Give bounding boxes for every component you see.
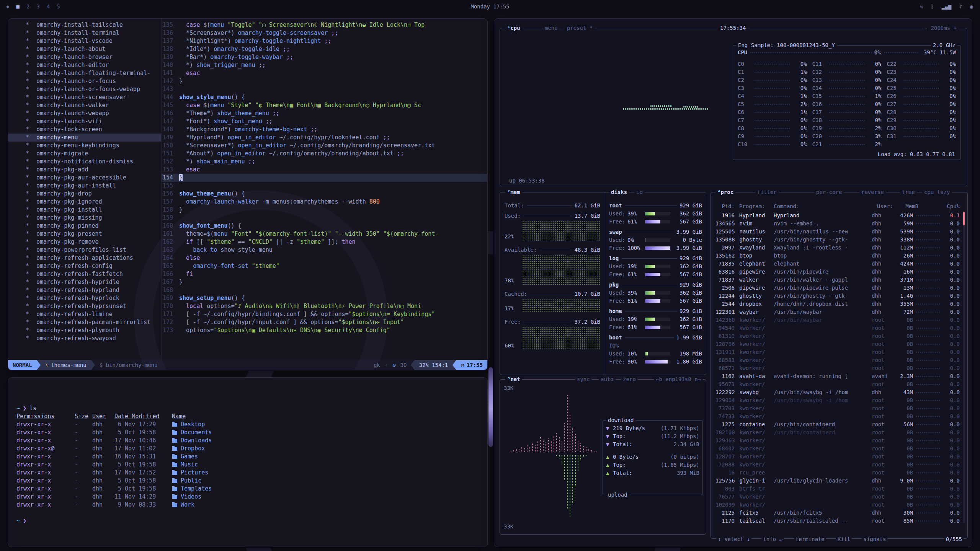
process-row[interactable]: 2506pipewire/usr/bin/pipewire-pulsedhh13… [715,284,960,292]
process-row[interactable]: 2097XwaylandXwayland :1 -rootless -dhh11… [715,244,960,252]
file-item[interactable]: *omarchy-refresh-pacman-mirrorlist [8,318,161,326]
file-item[interactable]: *omarchy-launch-floating-terminal- [8,69,161,77]
process-row[interactable]: 95673kworker/root0B0.0 [715,380,960,388]
code-line[interactable]: 136 *Screensaver*) omarchy-toggle-screen… [162,29,487,37]
file-item[interactable]: *omarchy-launch-wifi [8,117,161,126]
process-row[interactable]: 129004kworker//usr/bin/swaybg -i /homroo… [715,396,960,404]
process-header-row[interactable]: Pid:Program:Command:User:MemBCpu% ↑ [715,202,960,210]
process-row[interactable]: 1170tailscal/usr/sbin/tailscaled --root8… [715,517,960,525]
code-line[interactable]: 169show_setup_menu() { [162,294,487,302]
signals-button[interactable]: signals [862,536,887,542]
file-item[interactable]: *omarchy-pkg-ignored [8,198,161,206]
ls-row[interactable]: drwxr-xr-x-dhh 5 Oct 19:58Templates [16,485,487,493]
process-row[interactable]: 134565nvimnvim --embed .dhh59M0.0 [715,220,960,228]
file-item[interactable]: *omarchy-refresh-applications [8,254,161,262]
code-line[interactable]: 160show_font_menu() { [162,222,487,230]
process-row[interactable]: 12244ghostty/usr/bin/ghostty --gtk-dhh1.… [715,292,960,300]
code-line[interactable]: 168 [162,286,487,294]
code-line[interactable]: 154} [162,174,487,182]
code-line[interactable]: 155 [162,182,487,190]
select-hint[interactable]: ↑ select ↓ [716,536,751,542]
code-line[interactable]: 142} [162,77,487,85]
ls-row[interactable]: drwxr-xr-x-dhh 5 Oct 19:58Public [16,477,487,485]
code-line[interactable]: 157 omarchy-launch-walker -m menus:omarc… [162,198,487,206]
file-item[interactable]: *omarchy-refresh-swayosd [8,334,161,342]
prompt-line[interactable]: ~ ❯ [16,517,487,525]
file-item[interactable]: *omarchy-refresh-plymouth [8,326,161,334]
file-item[interactable]: *omarchy-pkg-add [8,166,161,174]
code-line[interactable]: 165 omarchy-font-set "$theme" [162,262,487,270]
code-line[interactable]: 166 fi [162,270,487,278]
file-item[interactable]: *omarchy-pkg-drop [8,190,161,198]
filter-tab[interactable]: filter [755,189,779,196]
file-item[interactable]: *omarchy-install-vscode [8,37,161,45]
ls-row[interactable]: drwxr-xr-x-dhh 6 Nov 17:29Desktop [16,421,487,429]
file-item[interactable]: *omarchy-lock-screen [8,126,161,134]
code-line[interactable]: 171 [ -f ~/.config/hypr/bindings.conf ] … [162,310,487,318]
code-line[interactable]: 159 [162,214,487,222]
file-item[interactable]: *omarchy-powerprofiles-list [8,246,161,254]
process-row[interactable]: 1162avahi-daavahi-daemon: running [avahi… [715,372,960,380]
process-row[interactable]: 2544dropbox/home/dhh/.dropbox-distdhh355… [715,300,960,308]
btop-window[interactable]: ¹cpu menu preset * 17:55:34 - 2000ms + E… [494,18,972,547]
file-item[interactable]: *omarchy-refresh-config [8,262,161,270]
process-row[interactable]: 1916HyprlandHyprlanddhh426M0.1 [715,212,960,220]
file-item[interactable]: *omarchy-migrate [8,150,161,158]
io-tab[interactable]: io [634,189,645,196]
process-row[interactable]: 71837walker/usr/bin/walker --gappldhh371… [715,276,960,284]
file-item[interactable]: *omarchy-launch-webapp [8,109,161,117]
process-row[interactable]: 125505nautilus/usr/bin/nautilus --newdhh… [715,228,960,236]
process-row[interactable]: 135162btopbtopdhh26M0.0 [715,252,960,260]
tree-tab[interactable]: tree [900,189,917,196]
code-line[interactable]: 161 theme=$(menu "Font" "$(omarchy-font-… [162,230,487,238]
process-row[interactable]: 122301waybar/usr/bin/waybardhh72M0.0 [715,308,960,316]
process-row[interactable]: 122292swaybg/usr/bin/swaybg -i /homdhh43… [715,388,960,396]
code-line[interactable]: 141 esac [162,69,487,77]
process-row[interactable]: 72088kworker/root0B0.0 [715,461,960,469]
sync-tab[interactable]: sync [575,376,592,383]
file-item[interactable]: *omarchy-menu [8,134,161,142]
net-tab[interactable]: ³net [505,376,522,383]
per-core-tab[interactable]: per-core [814,189,844,196]
terminate-button[interactable]: terminate [794,536,826,542]
code-line[interactable]: 140 *) show_trigger_menu ;; [162,61,487,69]
reverse-tab[interactable]: reverse [859,189,886,196]
code-line[interactable]: 170 local options="♪ Audio\n≋ Wifi\nᛒ Bl… [162,302,487,310]
process-row[interactable]: 68583kworker/root0B0.0 [715,356,960,364]
info-button[interactable]: info ↵ [761,536,784,542]
file-item[interactable]: *omarchy-refresh-hypridle [8,278,161,286]
process-row[interactable]: 1275containe/usr/bin/containerdroot56M0.… [715,421,960,429]
code-line[interactable]: 145 case $(menu "Style" "◐ Theme\n▦ Font… [162,101,487,109]
process-row[interactable]: 128707kworker/root0B0.0 [715,453,960,461]
code-line[interactable]: 148 *Background*) omarchy-theme-bg-next … [162,126,487,134]
file-item[interactable]: *omarchy-launch-browser [8,53,161,61]
code-line[interactable]: 149 *Hyprland*) open_in_editor ~/.config… [162,134,487,142]
process-row[interactable]: 16rcu_preeroot0B0.0 [715,469,960,477]
code-line[interactable]: 151 *About*) open_in_editor ~/.config/om… [162,150,487,158]
process-row[interactable]: 135088ghostty/usr/bin/ghostty --gtk-dhh3… [715,236,960,244]
ls-row[interactable]: drwxr-xr-x-dhh 5 Oct 19:58Music [16,461,487,469]
file-item[interactable]: *omarchy-menu-keybindings [8,142,161,150]
code-line[interactable]: 163 back_to show_style_menu [162,246,487,254]
code-line[interactable]: 144show_style_menu() { [162,93,487,101]
proc-tab[interactable]: ⁴proc [715,189,735,196]
file-item[interactable]: *omarchy-refresh-hyprland [8,286,161,294]
process-row[interactable]: 142360kworker//usr/bin/waybarroot0B0.0 [715,316,960,324]
process-row[interactable]: 71835elephantelephantdhh424M0.0 [715,260,960,268]
nvim-window[interactable]: *omarchy-install-tailscale*omarchy-insta… [8,18,488,370]
process-row[interactable]: 76577kworker/root0B0.0 [715,493,960,501]
scrollbar-thumb[interactable] [963,212,965,225]
process-row[interactable]: 63816pipewire/usr/bin/pipewiredhh16M0.0 [715,268,960,276]
process-scrollbar[interactable] [963,212,965,523]
process-row[interactable]: 94540kworker/root0B0.0 [715,324,960,332]
process-row[interactable]: 68571kworker/root0B0.0 [715,364,960,372]
file-item[interactable]: *omarchy-pkg-present [8,230,161,238]
process-row[interactable]: 68402kworker/root0B0.0 [715,445,960,453]
code-line[interactable]: 143 [162,85,487,93]
process-row[interactable]: 102100kworker//usr/bin/containerdroot0B0… [715,429,960,437]
process-row[interactable]: 803btrfs-trroot0B0.0 [715,485,960,493]
menu-tab[interactable]: menu [543,24,560,32]
file-item[interactable]: *omarchy-install-terminal [8,29,161,37]
code-line[interactable]: 156show_theme_menu() { [162,190,487,198]
file-item[interactable]: *omarchy-pkg-aur-install [8,182,161,190]
